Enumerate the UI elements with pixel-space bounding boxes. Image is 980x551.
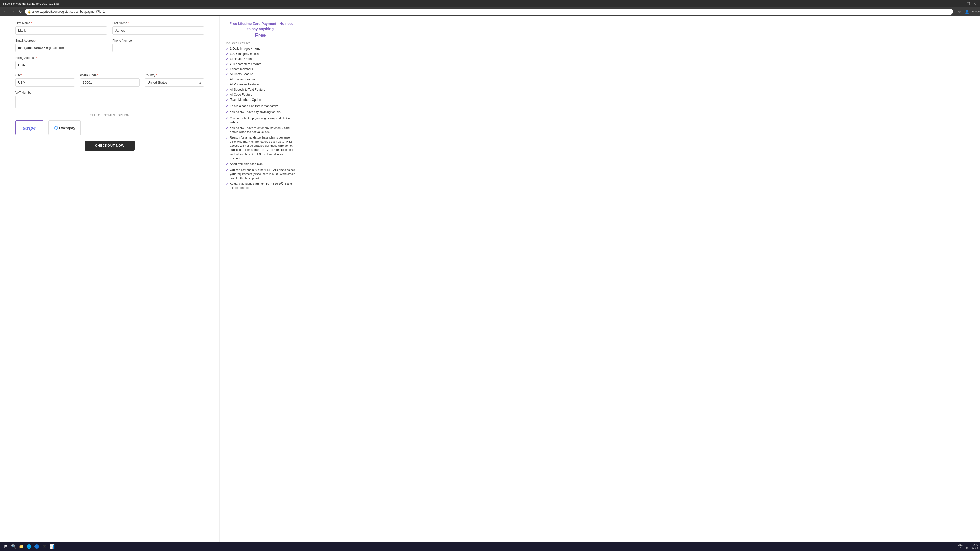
feature-text: AI Voiceover Feature xyxy=(230,83,259,86)
forward-button[interactable]: → xyxy=(10,9,16,15)
feature-item: ✓1 Dalle images / month xyxy=(226,47,295,51)
recording-info: 5 Sec. Forward (by keyframe) / 00:07:21(… xyxy=(3,2,60,5)
feature-item: ✓200 characters / month xyxy=(226,62,295,66)
checkout-button[interactable]: CHECKOUT NOW xyxy=(85,141,135,151)
last-name-input[interactable] xyxy=(112,26,204,35)
feature-text: 1 Dalle images / month xyxy=(230,47,261,51)
billing-input[interactable] xyxy=(15,61,204,69)
check-icon: ✓ xyxy=(226,110,228,114)
stripe-option[interactable]: stripe xyxy=(15,120,43,135)
taskbar-app-search[interactable]: 🔍 xyxy=(10,543,18,550)
taskbar-app-mail[interactable]: ✉ xyxy=(41,543,48,550)
email-label: Email Address* xyxy=(15,39,107,42)
reload-button[interactable]: ↻ xyxy=(18,9,24,15)
back-button[interactable]: ← xyxy=(2,9,8,15)
plan-price: Free xyxy=(226,32,295,38)
note-text: Reason for a mandatory base plan is beca… xyxy=(230,135,295,160)
taskbar: ⊞ 🔍 📁 🌐 🔵 ✉ 📊 ENGIN 15:062024-07-03 xyxy=(0,542,980,551)
check-icon: ✓ xyxy=(226,162,228,166)
billing-label: Billing Address* xyxy=(15,56,204,60)
email-group: Email Address* xyxy=(15,39,107,52)
form-section: First Name* Last Name* Email Address* xyxy=(0,16,220,551)
city-input[interactable] xyxy=(15,78,75,87)
page-content: First Name* Last Name* Email Address* xyxy=(0,16,980,551)
check-icon: ✓ xyxy=(226,182,228,186)
billing-row: Billing Address* xyxy=(15,56,204,69)
check-icon: ✓ xyxy=(226,62,228,66)
check-icon: ✓ xyxy=(226,104,228,108)
window-controls: — ❐ ✕ xyxy=(959,2,977,6)
taskbar-right: ENGIN 15:062024-07-03 xyxy=(957,543,978,549)
taskbar-app-chrome[interactable]: 🔵 xyxy=(33,543,40,550)
taskbar-apps: 🔍 📁 🌐 🔵 ✉ 📊 xyxy=(10,543,56,550)
vat-input[interactable] xyxy=(15,96,204,108)
feature-item: ✓1 SD images / month xyxy=(226,52,295,56)
phone-label: Phone Number xyxy=(112,39,204,42)
url-text: aitools.cprtsoft.com/register/subscriber… xyxy=(32,10,105,14)
check-icon: ✓ xyxy=(226,88,228,92)
country-select[interactable]: United States United Kingdom India Canad… xyxy=(145,78,204,87)
bookmark-button[interactable]: ☆ xyxy=(956,10,963,14)
minimize-button[interactable]: — xyxy=(959,2,964,6)
feature-text: AI Images Feature xyxy=(230,78,255,81)
check-icon: ✓ xyxy=(226,136,228,140)
phone-input[interactable] xyxy=(112,44,204,52)
check-icon: ✓ xyxy=(226,68,228,71)
razorpay-option[interactable]: ⬡ Razorpay xyxy=(48,120,81,135)
nav-right-controls: ☆ 👤 Incognito xyxy=(956,10,978,14)
check-icon: ✓ xyxy=(226,126,228,130)
close-button[interactable]: ✕ xyxy=(972,2,977,6)
feature-text: AI Code Feature xyxy=(230,93,252,97)
name-row: First Name* Last Name* xyxy=(15,21,204,35)
first-name-label: First Name* xyxy=(15,21,107,25)
taskbar-app-excel[interactable]: 📊 xyxy=(48,543,56,550)
phone-group: Phone Number xyxy=(112,39,204,52)
feature-text: 1 SD images / month xyxy=(230,52,259,56)
payment-options: stripe ⬡ Razorpay xyxy=(15,120,204,135)
feature-item: ✓AI Chats Feature xyxy=(226,73,295,76)
lock-icon: 🔒 xyxy=(27,10,31,14)
note-item: ✓You do NOT have pay anything for this. xyxy=(226,110,295,114)
email-input[interactable] xyxy=(15,44,107,52)
note-item: ✓you can pay and buy other PREPAID plans… xyxy=(226,168,295,180)
taskbar-app-edge[interactable]: 🌐 xyxy=(25,543,33,550)
restore-button[interactable]: ❐ xyxy=(966,2,971,6)
note-text: You do NOT have to enter any payment / c… xyxy=(230,126,295,134)
notes-list: ✓This is a base plan that is mandatory.✓… xyxy=(226,104,295,190)
feature-text: 1 minutes / month xyxy=(230,57,254,61)
feature-item: ✓Team Members Option xyxy=(226,98,295,102)
note-text: This is a base plan that is mandatory. xyxy=(230,104,278,108)
note-item: ✓This is a base plan that is mandatory. xyxy=(226,104,295,108)
taskbar-app-file-explorer[interactable]: 📁 xyxy=(18,543,25,550)
note-text: Actual paid plans start right from $1/€1… xyxy=(230,182,295,190)
feature-item: ✓AI Speech to Text Feature xyxy=(226,88,295,92)
postal-group: Postal Code* xyxy=(80,73,139,87)
last-name-label: Last Name* xyxy=(112,21,204,25)
vat-row: VAT Number xyxy=(15,91,204,108)
razorpay-text: Razorpay xyxy=(59,126,75,130)
note-item: ✓Apart from this base plan xyxy=(226,162,295,166)
billing-group: Billing Address* xyxy=(15,56,204,69)
postal-input[interactable] xyxy=(80,78,139,87)
postal-label: Postal Code* xyxy=(80,73,139,77)
checkout-btn-wrap: CHECKOUT NOW xyxy=(15,141,204,151)
start-button[interactable]: ⊞ xyxy=(2,543,9,550)
razorpay-icon: ⬡ xyxy=(54,125,58,130)
first-name-group: First Name* xyxy=(15,21,107,35)
check-icon: ✓ xyxy=(226,98,228,102)
city-group: City* xyxy=(15,73,75,87)
address-bar[interactable]: 🔒 aitools.cprtsoft.com/register/subscrib… xyxy=(25,9,953,15)
profile-button[interactable]: 👤 xyxy=(964,10,970,14)
note-item: ✓You do NOT have to enter any payment / … xyxy=(226,126,295,134)
check-icon: ✓ xyxy=(226,83,228,86)
razorpay-logo: ⬡ Razorpay xyxy=(54,125,75,130)
first-name-input[interactable] xyxy=(15,26,107,35)
check-icon: ✓ xyxy=(226,57,228,61)
payment-section-label: SELECT PAYMENT OPTION xyxy=(90,114,129,117)
check-icon: ✓ xyxy=(226,52,228,56)
features-list: ✓1 Dalle images / month✓1 SD images / mo… xyxy=(226,47,295,102)
feature-item: ✓1 team members xyxy=(226,67,295,71)
incognito-label: Incognito xyxy=(971,10,978,14)
email-phone-row: Email Address* Phone Number xyxy=(15,39,204,52)
note-text: you can pay and buy other PREPAID plans … xyxy=(230,168,295,180)
